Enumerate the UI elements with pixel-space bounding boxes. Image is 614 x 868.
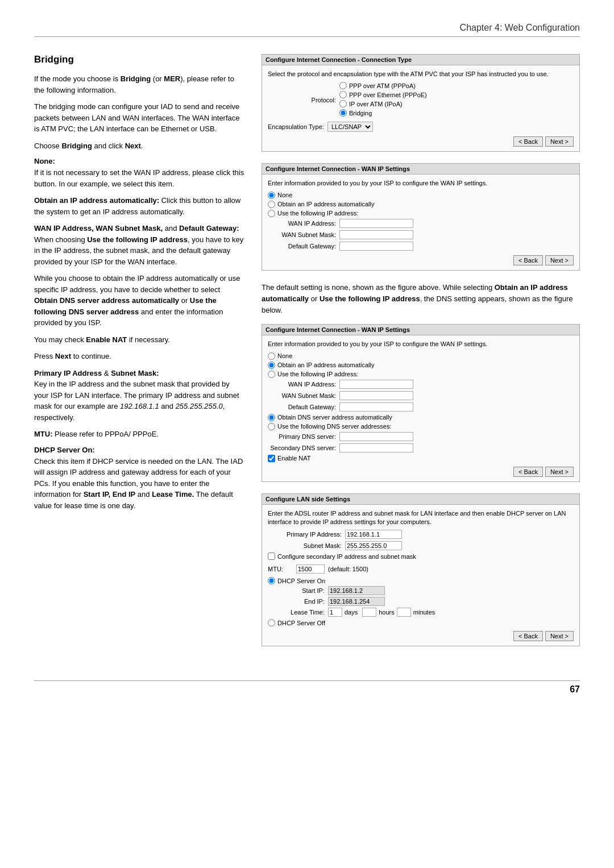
panel1-label-bridging: Bridging [349, 110, 372, 117]
panel4-lease-hours-input[interactable] [362, 608, 376, 617]
panel-wan-ip-dns: Configure Internet Connection - WAN IP S… [262, 324, 580, 481]
panel2-label-obtain: Obtain an IP address automatically [277, 201, 374, 207]
panel3-subnet-input[interactable] [339, 391, 413, 400]
panel4-end-ip-input[interactable] [328, 597, 385, 606]
panel2-label-none: None [277, 192, 292, 198]
term-enable-nat: You may check Enable NAT if necessary. [34, 334, 244, 346]
panel3-enable-nat-row: Enable NAT [268, 455, 574, 462]
choose-text: Choose Bridging and click Next. [34, 140, 244, 152]
panel4-end-ip-label: End IP: [279, 598, 325, 605]
panel1-radio-pppoe[interactable] [339, 91, 347, 98]
intro-para2: The bridging mode can configure your IAD… [34, 101, 244, 135]
panel3-option-manual: Use the following IP address: [268, 371, 574, 378]
panel2-wan-ip-label: WAN IP Address: [268, 220, 336, 227]
panel2-radio-none[interactable] [268, 192, 275, 199]
panel1-radio-pppoa[interactable] [339, 82, 347, 89]
panel3-dns-option-manual: Use the following DNS server addresses: [268, 423, 574, 430]
panel4-start-ip-label: Start IP: [279, 587, 325, 594]
panel1-option-ipoa: IP over ATM (IPoA) [339, 100, 427, 107]
panel1-protocol-row: Protocol: PPP over ATM (PPPoA) PPP over … [268, 82, 574, 118]
chapter-title: Chapter 4: Web Configuration [460, 23, 580, 32]
panel3-wan-ip-input[interactable] [339, 380, 413, 389]
panel1-label-ipoa: IP over ATM (IPoA) [349, 101, 403, 107]
panel2-gateway-input[interactable] [339, 242, 413, 251]
panel3-subnet-label: WAN Subnet Mask: [268, 392, 336, 399]
panel4-secondary-checkbox[interactable] [268, 553, 275, 560]
mid-paragraph: The default setting is none, shown as th… [262, 282, 580, 316]
panel4-primary-ip-input[interactable] [345, 530, 402, 539]
panel3-radio-manual[interactable] [268, 371, 275, 378]
panel2-wan-ip-input[interactable] [339, 219, 413, 228]
panel2-option-manual: Use the following IP address: [268, 210, 574, 217]
panel1-encap-label: Encapsulation Type: [268, 123, 324, 130]
panel1-buttons: < Back Next > [268, 136, 574, 147]
panel3-dns-radio-manual[interactable] [268, 423, 275, 430]
panel4-back-button[interactable]: < Back [513, 631, 543, 641]
term-none-body: If it is not necessary to set the WAN IP… [34, 167, 244, 189]
panel4-dhcp-on-radio[interactable] [268, 577, 275, 584]
panel4-start-ip-input[interactable] [328, 586, 385, 595]
term-wan-ip: WAN IP Address, WAN Subnet Mask, and Def… [34, 223, 244, 267]
panel2-radio-obtain[interactable] [268, 201, 275, 208]
panel4-dhcp-on-label: DHCP Server On [277, 578, 325, 584]
panel-connection-type: Configure Internet Connection - Connecti… [262, 54, 580, 152]
panel4-next-button[interactable]: Next > [545, 631, 574, 641]
panel4-subnet-label: Subnet Mask: [268, 542, 342, 549]
panel3-dns-option-auto: Obtain DNS server address automatically [268, 414, 574, 421]
panel1-next-button[interactable]: Next > [545, 136, 574, 147]
panel1-radio-bridging[interactable] [339, 109, 347, 117]
panel-lan-settings: Configure LAN side Settings Enter the AD… [262, 493, 580, 647]
panel2-subnet-input[interactable] [339, 230, 413, 239]
panel4-dhcp-section: DHCP Server On Start IP: End IP: Lease T… [268, 577, 574, 626]
panel4-mtu-input[interactable] [296, 564, 325, 574]
panel4-dhcp-off-label: DHCP Server Off [277, 620, 325, 626]
panel2-back-button[interactable]: < Back [513, 255, 543, 265]
panel1-encap-row: Encapsulation Type: LLC/SNAP [268, 122, 574, 132]
panel2-wan-ip-row: WAN IP Address: [268, 219, 574, 228]
term-dhcp-title: DHCP Server On: [34, 446, 244, 454]
panel1-label-pppoa: PPP over ATM (PPPoA) [349, 82, 416, 89]
panel1-encap-select[interactable]: LLC/SNAP [327, 122, 373, 132]
term-wan-ip-title: WAN IP Address, WAN Subnet Mask, [34, 224, 163, 232]
panel3-next-button[interactable]: Next > [545, 467, 574, 477]
panel3-dns-label-auto: Obtain DNS server address automatically [277, 414, 392, 421]
panel1-protocol-label: Protocol: [268, 97, 336, 103]
panel2-description: Enter information provided to you by you… [268, 179, 574, 188]
panel3-radio-obtain[interactable] [268, 362, 275, 369]
panel4-subnet-input[interactable] [345, 541, 402, 550]
term-none: None: If it is not necessary to set the … [34, 157, 244, 189]
panel4-lease-hours-unit: hours [379, 609, 395, 616]
panel3-radio-none[interactable] [268, 352, 275, 360]
panel-wan-ip-none: Configure Internet Connection - WAN IP S… [262, 163, 580, 270]
panel3-secondary-dns-row: Secondary DNS server: [268, 443, 574, 452]
panel2-subnet-row: WAN Subnet Mask: [268, 230, 574, 239]
panel3-dns-section: Obtain DNS server address automatically … [268, 414, 574, 462]
panel3-dns-radio-auto[interactable] [268, 414, 275, 421]
term-primary-ip: Primary IP Address & Subnet Mask: Key in… [34, 368, 244, 423]
panel2-radio-manual[interactable] [268, 210, 275, 217]
panel4-lease-days-input[interactable] [328, 608, 342, 617]
panel3-enable-nat-checkbox[interactable] [268, 455, 275, 462]
panel4-dhcp-off-radio[interactable] [268, 619, 275, 626]
panel4-start-ip-row: Start IP: [279, 586, 574, 595]
panel3-gateway-input[interactable] [339, 402, 413, 412]
panel1-radio-ipoa[interactable] [339, 100, 347, 107]
panel2-next-button[interactable]: Next > [545, 255, 574, 265]
panel3-secondary-dns-input[interactable] [339, 443, 413, 452]
left-column: Bridging If the mode you choose is Bridg… [34, 54, 244, 658]
panel2-gateway-row: Default Gateway: [268, 242, 574, 251]
right-column: Configure Internet Connection - Connecti… [262, 54, 580, 658]
panel2-subnet-label: WAN Subnet Mask: [268, 231, 336, 238]
term-obtain-ip: Obtain an IP address automatically: Clic… [34, 195, 244, 217]
panel1-label-pppoe: PPP over Ethernet (PPPoE) [349, 92, 427, 98]
panel4-lease-minutes-input[interactable] [397, 608, 411, 617]
panel3-dns-label-manual: Use the following DNS server addresses: [277, 423, 392, 430]
panel3-primary-dns-input[interactable] [339, 432, 413, 441]
panel1-option-pppoa: PPP over ATM (PPPoA) [339, 82, 427, 89]
panel3-subnet-row: WAN Subnet Mask: [268, 391, 574, 400]
panel1-back-button[interactable]: < Back [513, 136, 543, 147]
panel3-back-button[interactable]: < Back [513, 467, 543, 477]
panel4-dhcp-off-row: DHCP Server Off [268, 619, 574, 626]
panel1-option-bridging: Bridging [339, 109, 427, 117]
panel1-protocol-options: PPP over ATM (PPPoA) PPP over Ethernet (… [339, 82, 427, 118]
